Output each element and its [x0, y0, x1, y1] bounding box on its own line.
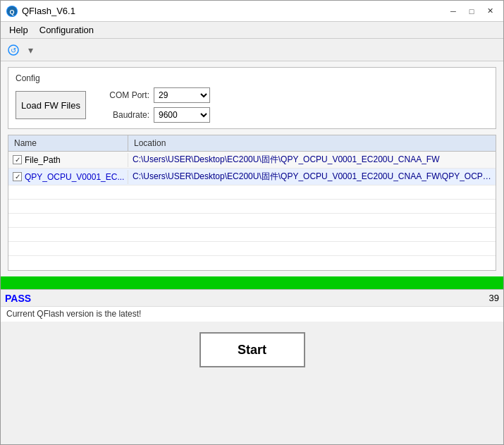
empty-row	[8, 185, 496, 200]
status-bar: PASS 39	[1, 289, 503, 306]
row1-name: File_Path	[8, 153, 128, 167]
row2-location: C:\Users\USER\Desktop\EC200U\固件\QPY_OCPU…	[128, 169, 496, 185]
progress-bar	[1, 276, 503, 289]
dropdown-icon[interactable]: ▾	[23, 43, 37, 57]
empty-row	[8, 200, 496, 214]
maximize-button[interactable]: □	[464, 4, 479, 18]
port-fields: COM Port: 29 Baudrate: 9600	[100, 87, 210, 123]
load-fw-button[interactable]: Load FW Files	[16, 91, 86, 119]
col-location: Location	[128, 135, 496, 151]
row1-name-text: File_Path	[25, 155, 61, 165]
minimize-button[interactable]: ─	[445, 4, 461, 18]
row1-checkbox[interactable]	[13, 155, 22, 164]
com-port-row: COM Port: 29	[100, 87, 210, 103]
config-section: Config Load FW Files COM Port: 29 Baudra…	[8, 67, 496, 129]
baudrate-select[interactable]: 9600	[154, 107, 210, 123]
empty-row	[8, 228, 496, 242]
empty-row	[8, 242, 496, 256]
pass-label: PASS	[5, 293, 31, 304]
toolbar: ↺ ▾	[1, 39, 503, 61]
row1-location: C:\Users\USER\Desktop\EC200U\固件\QPY_OCPU…	[128, 152, 496, 168]
col-name: Name	[8, 135, 128, 151]
status-message-text: Current QFlash version is the latest!	[6, 309, 141, 319]
baudrate-label: Baudrate:	[100, 110, 149, 120]
config-row: Load FW Files COM Port: 29 Baudrate: 960…	[16, 87, 488, 123]
start-btn-container: Start	[1, 322, 503, 378]
table-header: Name Location	[8, 135, 496, 152]
status-message: Current QFlash version is the latest!	[1, 306, 503, 322]
window-title: QFlash_V6.1	[22, 6, 75, 16]
table-empty-area	[8, 185, 496, 270]
svg-text:↺: ↺	[11, 47, 16, 54]
menu-configuration[interactable]: Configuration	[34, 23, 99, 37]
com-port-label: COM Port:	[100, 90, 149, 100]
title-bar: Q QFlash_V6.1 ─ □ ✕	[1, 1, 503, 22]
com-port-select[interactable]: 29	[154, 87, 210, 103]
refresh-icon[interactable]: ↺	[6, 43, 20, 57]
row2-name-text: QPY_OCPU_V0001_EC...	[25, 172, 124, 182]
row2-name: QPY_OCPU_V0001_EC...	[8, 170, 128, 184]
file-table: Name Location File_Path C:\Users\USER\De…	[8, 135, 496, 271]
status-count: 39	[489, 293, 499, 303]
baudrate-row: Baudrate: 9600	[100, 107, 210, 123]
menu-help[interactable]: Help	[4, 23, 34, 37]
menu-bar: Help Configuration	[1, 22, 503, 39]
app-icon: Q	[6, 6, 18, 17]
main-content: Config Load FW Files COM Port: 29 Baudra…	[1, 61, 503, 276]
window-controls: ─ □ ✕	[445, 4, 498, 18]
close-button[interactable]: ✕	[482, 4, 498, 18]
title-bar-left: Q QFlash_V6.1	[6, 6, 75, 17]
svg-text:Q: Q	[9, 8, 14, 16]
start-button[interactable]: Start	[199, 332, 305, 367]
table-row: QPY_OCPU_V0001_EC... C:\Users\USER\Deskt…	[8, 169, 496, 185]
config-label: Config	[16, 73, 488, 83]
table-row: File_Path C:\Users\USER\Desktop\EC200U\固…	[8, 152, 496, 169]
row2-checkbox[interactable]	[13, 172, 22, 181]
empty-row	[8, 214, 496, 228]
